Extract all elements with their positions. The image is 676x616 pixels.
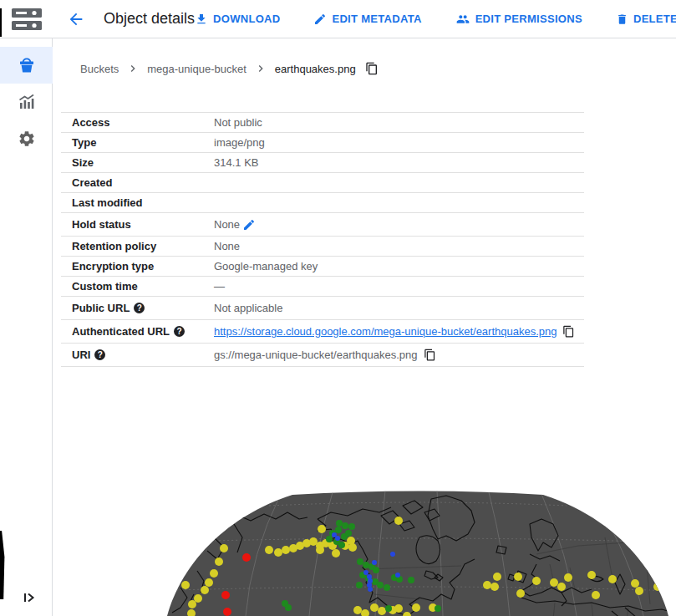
earthquake-dot: [631, 579, 639, 588]
copy-value-button[interactable]: [562, 325, 575, 338]
download-button[interactable]: DOWNLOAD: [195, 13, 280, 26]
earthquake-dot: [363, 562, 369, 568]
detail-label: Created: [72, 176, 112, 189]
copy-object-name-button[interactable]: [365, 62, 379, 75]
earthquake-dot: [490, 583, 499, 591]
earthquake-dot: [356, 582, 363, 588]
edit-hold-status-icon[interactable]: [242, 218, 256, 232]
object-preview: [144, 487, 676, 616]
detail-label: Hold status: [72, 218, 131, 231]
earthquake-dot: [345, 530, 352, 537]
detail-label: Public URL: [72, 302, 130, 314]
earthquake-dot: [210, 569, 218, 578]
detail-row: Encryption type Google-managed key: [61, 257, 584, 277]
detail-row: URI gs://mega-unique-bucket/earthquakes.…: [61, 344, 584, 367]
detail-row: Retention policy None: [61, 237, 584, 257]
earthquake-dot: [363, 570, 368, 575]
detail-label: Access: [72, 116, 110, 129]
copy-value-button[interactable]: [424, 349, 436, 361]
earthquake-dot: [220, 544, 228, 552]
earthquake-dot: [394, 604, 403, 613]
left-nav: [0, 38, 53, 616]
pencil-icon: [242, 218, 256, 232]
earthquake-dot: [332, 549, 340, 557]
detail-value[interactable]: https://storage.cloud.google.com/mega-un…: [214, 325, 557, 338]
detail-value: Not public: [214, 116, 262, 129]
expand-panel-icon: [22, 590, 37, 605]
earthquake-dot: [514, 573, 522, 581]
delete-button[interactable]: DELETE: [616, 13, 676, 26]
detail-value: image/png: [214, 136, 265, 149]
back-button[interactable]: [67, 9, 85, 29]
bucket-icon: [17, 55, 37, 75]
sidebar-item-settings[interactable]: [0, 120, 53, 157]
earthquake-dot: [385, 605, 392, 612]
earthquake-dot: [557, 583, 566, 591]
earthquake-dot: [348, 543, 357, 552]
chevron-right-icon: [126, 62, 140, 75]
detail-label: Retention policy: [72, 240, 156, 252]
earthquake-dot: [265, 546, 273, 554]
object-preview-map: [144, 487, 676, 616]
earthquake-dot: [368, 578, 373, 583]
breadcrumb-buckets[interactable]: Buckets: [80, 63, 119, 75]
detail-label: Authenticated URL: [72, 325, 170, 338]
help-icon[interactable]: [94, 349, 105, 360]
chevron-right-icon: [254, 62, 267, 75]
page-title: Object details: [104, 10, 195, 28]
top-app-bar: Object details DOWNLOAD EDIT METADATA ED…: [0, 0, 676, 38]
detail-row: Size 314.1 KB: [61, 153, 584, 173]
detail-value: gs://mega-unique-bucket/earthquakes.png: [214, 349, 418, 361]
trash-icon: [616, 13, 628, 26]
earthquake-dot: [335, 536, 340, 541]
earthquake-dot: [353, 606, 362, 614]
earthquake-dot: [377, 582, 384, 588]
help-icon[interactable]: [174, 326, 185, 337]
copy-icon: [562, 325, 575, 338]
toolbar-actions: DOWNLOAD EDIT METADATA EDIT PERMISSIONS …: [195, 13, 676, 26]
earthquake-dot: [378, 607, 386, 615]
expand-panel-button[interactable]: [22, 590, 37, 605]
earthquake-dot: [367, 583, 372, 588]
product-logo[interactable]: [0, 7, 53, 32]
detail-label: Size: [72, 156, 94, 169]
earthquake-dot: [336, 520, 343, 527]
earthquake-dot: [635, 587, 643, 595]
sidebar-item-buckets[interactable]: [0, 47, 53, 84]
detail-label: Custom time: [72, 280, 138, 293]
detail-row: Created: [61, 173, 584, 193]
detail-row: Type image/png: [61, 133, 584, 153]
screen-artifact-top-left: [0, 8, 2, 37]
sidebar-item-monitoring[interactable]: [0, 84, 53, 120]
earthquake-dot: [372, 560, 377, 565]
earthquake-dot: [483, 581, 491, 589]
earthquake-dot: [592, 591, 600, 599]
gear-icon: [18, 130, 36, 148]
earthquake-dot: [653, 583, 662, 591]
breadcrumb-bucket-name[interactable]: mega-unique-bucket: [147, 63, 247, 75]
earthquake-dot: [205, 578, 213, 587]
help-icon[interactable]: [134, 303, 145, 313]
detail-row: Public URL Not applicable: [61, 297, 584, 320]
back-arrow-icon: [67, 10, 85, 28]
detail-row: Last modified: [61, 193, 584, 213]
earthquake-dot: [384, 584, 390, 591]
breadcrumb: Buckets mega-unique-bucket earthquakes.p…: [80, 62, 676, 75]
earthquake-dot: [368, 587, 373, 592]
earthquake-dot: [408, 577, 414, 583]
edit-metadata-button[interactable]: EDIT METADATA: [313, 13, 421, 26]
earthquake-dot: [395, 573, 400, 578]
detail-value: None: [214, 218, 240, 231]
earthquake-dot: [338, 542, 345, 548]
earthquake-dot: [326, 536, 333, 542]
earthquake-dot: [223, 608, 231, 616]
earthquake-dot: [373, 567, 379, 573]
earthquake-dot: [335, 527, 342, 533]
earthquake-dot: [370, 603, 379, 612]
earthquake-dot: [201, 586, 209, 594]
detail-label: URI: [72, 349, 90, 361]
detail-label: Encryption type: [72, 260, 154, 272]
earthquake-dot: [274, 548, 282, 557]
edit-permissions-button[interactable]: EDIT PERMISSIONS: [455, 13, 582, 26]
earthquake-dot: [342, 522, 348, 529]
